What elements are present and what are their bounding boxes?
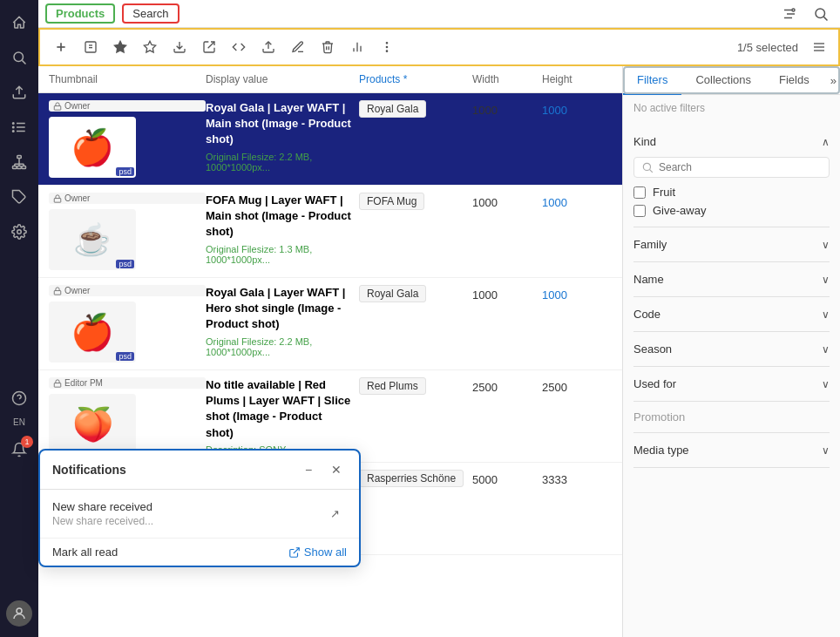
display-value-cell: No title available | Red Plums | Layer W… bbox=[206, 377, 359, 455]
export-button[interactable] bbox=[254, 33, 282, 61]
svg-rect-9 bbox=[13, 166, 17, 169]
svg-rect-8 bbox=[17, 156, 22, 159]
filter-used-header[interactable]: Used for ∨ bbox=[633, 374, 830, 394]
star-button[interactable] bbox=[106, 33, 134, 61]
upload-icon[interactable] bbox=[3, 77, 35, 108]
notification-item[interactable]: New share received New share received...… bbox=[40, 490, 359, 539]
svg-rect-47 bbox=[54, 290, 61, 295]
display-value-text: Royal Gala | Layer WAFT | Hero shot sing… bbox=[206, 285, 359, 333]
height-cell: 1000 bbox=[542, 193, 612, 209]
owner-badge: Owner bbox=[49, 100, 206, 112]
thumbnail-cell: Owner 🍎 psd bbox=[49, 100, 206, 178]
psd-badge: psd bbox=[116, 260, 134, 268]
table-row[interactable]: Owner 🍎 psd Royal Gala | Layer WAFT | Ma… bbox=[38, 93, 622, 186]
notifications-header: Notifications − ✕ bbox=[40, 451, 359, 490]
filter-section-code: Code ∨ bbox=[633, 297, 830, 332]
language-selector[interactable]: EN bbox=[13, 417, 25, 427]
svg-point-18 bbox=[17, 230, 22, 234]
display-value-text: Royal Gala | Layer WAFT | Main shot (Ima… bbox=[206, 100, 359, 148]
add-button[interactable] bbox=[47, 33, 75, 61]
svg-point-0 bbox=[14, 52, 24, 62]
share-toolbar-button[interactable] bbox=[195, 33, 223, 61]
giveaway-checkbox[interactable] bbox=[633, 205, 646, 217]
tag-sidebar-icon[interactable] bbox=[3, 181, 35, 213]
svg-point-41 bbox=[386, 51, 387, 51]
download-button[interactable] bbox=[166, 33, 193, 61]
product-tag-cell: Rasperries Schöne bbox=[359, 470, 472, 487]
notifications-header-actions: − ✕ bbox=[298, 459, 347, 480]
product-tag-cell: Royal Gala bbox=[359, 100, 472, 118]
more-button[interactable] bbox=[373, 33, 401, 61]
col-header-display: Display value bbox=[206, 73, 359, 85]
search-sidebar-icon[interactable] bbox=[3, 42, 35, 73]
products-button[interactable]: Products bbox=[45, 3, 115, 24]
col-header-thumbnail: Thumbnail bbox=[49, 73, 206, 85]
table-row[interactable]: Owner ☕ psd FOFA Mug | Layer WAFT | Main… bbox=[38, 186, 622, 278]
svg-line-27 bbox=[823, 17, 827, 20]
settings-sidebar-icon[interactable] bbox=[3, 216, 35, 247]
height-cell: 3333 bbox=[542, 470, 612, 486]
star-outline-button[interactable] bbox=[136, 33, 164, 61]
width-cell: 2500 bbox=[472, 377, 542, 394]
list-sidebar-icon[interactable] bbox=[3, 112, 35, 143]
giveaway-label: Give-away bbox=[653, 204, 706, 217]
fruit-emoji-2: 🍎 bbox=[71, 312, 114, 353]
grid-menu-icon[interactable] bbox=[807, 35, 831, 59]
help-icon[interactable] bbox=[3, 383, 35, 414]
filter-name-header[interactable]: Name ∨ bbox=[633, 269, 830, 289]
search-topbar-icon[interactable] bbox=[809, 2, 833, 26]
svg-point-25 bbox=[792, 9, 795, 11]
chevron-up-icon: ∧ bbox=[822, 136, 830, 148]
tab-expand-icon[interactable]: » bbox=[823, 66, 840, 94]
plum-emoji: 🍑 bbox=[72, 405, 113, 444]
pencil-button[interactable] bbox=[284, 33, 312, 61]
notification-item-subtitle: New share received... bbox=[52, 515, 153, 527]
tab-fields[interactable]: Fields bbox=[765, 66, 823, 95]
meta-text: Original Filesize: 2.2 MB, 1000*1000px..… bbox=[206, 152, 359, 173]
hierarchy-sidebar-icon[interactable] bbox=[3, 146, 35, 178]
home-icon[interactable] bbox=[3, 7, 35, 38]
minimize-button[interactable]: − bbox=[298, 459, 319, 480]
filter-mediatype-header[interactable]: Media type ∨ bbox=[633, 440, 830, 460]
mark-all-read-button[interactable]: Mark all read bbox=[52, 546, 118, 559]
selected-count: 1/5 selected bbox=[737, 41, 798, 54]
user-avatar[interactable] bbox=[6, 600, 32, 627]
svg-point-26 bbox=[816, 9, 825, 18]
notification-icon[interactable]: 1 bbox=[3, 434, 35, 465]
checkbox-giveaway: Give-away bbox=[633, 201, 830, 220]
filter-season-header[interactable]: Season ∨ bbox=[633, 339, 830, 359]
owner-badge: Owner bbox=[49, 285, 206, 296]
fruit-checkbox[interactable] bbox=[633, 186, 646, 199]
close-notification-button[interactable]: ✕ bbox=[326, 459, 347, 480]
notifications-footer: Mark all read Show all bbox=[40, 539, 359, 566]
mug-emoji: ☕ bbox=[73, 222, 112, 258]
display-value-text: No title available | Red Plums | Layer W… bbox=[206, 377, 359, 441]
display-value-cell: FOFA Mug | Layer WAFT | Main shot (Image… bbox=[206, 193, 359, 265]
width-cell: 1000 bbox=[472, 100, 542, 117]
filter-icon[interactable] bbox=[777, 2, 802, 26]
delete-button[interactable] bbox=[314, 33, 342, 61]
filter-kind-header[interactable]: Kind ∧ bbox=[633, 132, 830, 152]
show-all-link[interactable]: Show all bbox=[288, 546, 347, 559]
tab-filters[interactable]: Filters bbox=[623, 66, 681, 95]
col-header-products: Products * bbox=[359, 73, 472, 85]
kind-search-input[interactable] bbox=[659, 161, 822, 173]
external-link-icon bbox=[288, 546, 301, 559]
notifications-title: Notifications bbox=[52, 463, 126, 477]
edit-icon-button[interactable] bbox=[77, 33, 105, 61]
svg-point-40 bbox=[386, 46, 387, 47]
search-button[interactable]: Search bbox=[122, 3, 179, 24]
svg-point-50 bbox=[643, 163, 650, 170]
product-tag: Royal Gala bbox=[359, 100, 426, 118]
product-tag-cell: FOFA Mug bbox=[359, 193, 472, 210]
notifications-popup: Notifications − ✕ New share received New… bbox=[38, 449, 361, 567]
filter-code-header[interactable]: Code ∨ bbox=[633, 304, 830, 324]
tab-collections[interactable]: Collections bbox=[681, 66, 765, 95]
notification-share-icon[interactable]: ↗ bbox=[322, 502, 347, 526]
filter-family-header[interactable]: Family ∨ bbox=[633, 234, 830, 254]
col-header-width: Width bbox=[472, 73, 542, 85]
product-tag: Royal Gala bbox=[359, 285, 426, 302]
code-button[interactable] bbox=[225, 33, 253, 61]
table-row[interactable]: Owner 🍎 psd Royal Gala | Layer WAFT | He… bbox=[38, 278, 622, 370]
chart-button[interactable] bbox=[343, 33, 371, 61]
